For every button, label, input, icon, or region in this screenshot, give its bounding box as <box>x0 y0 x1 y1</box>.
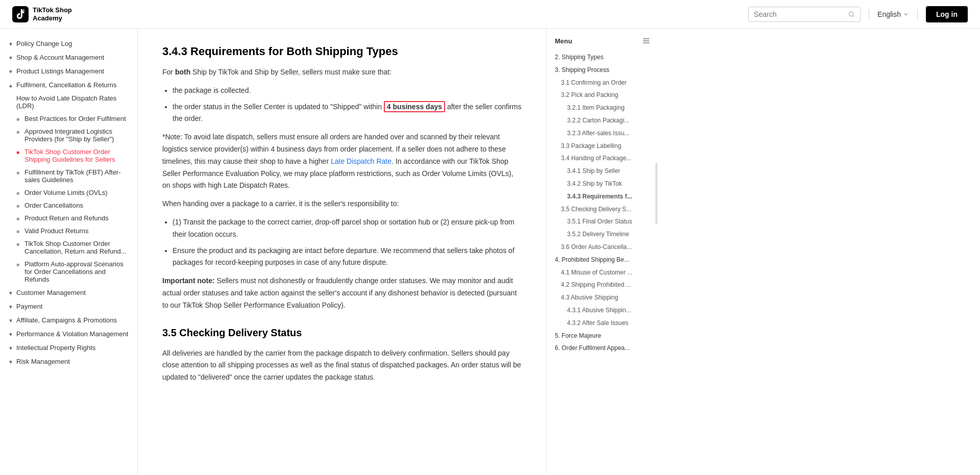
right-menu-item-abusive-shipping[interactable]: 4.3 Abusive Shipping <box>555 291 650 304</box>
bullet-list-1: the package is collected. the order stat… <box>173 85 522 125</box>
sidebar-sub-item-best-practices[interactable]: ■Best Practices for Order Fulfilment <box>0 112 137 125</box>
right-menu-item-requirements[interactable]: 3.4.3 Requirements f... <box>555 190 650 203</box>
collapse-arrow-icon: ▼ <box>8 359 13 365</box>
svg-line-2 <box>853 15 854 16</box>
sidebar-item-shop-account[interactable]: ▼Shop & Account Management <box>0 51 137 64</box>
sidebar-item-fulfilment[interactable]: ▲Fulfilment, Cancellation & Returns <box>0 78 137 92</box>
sidebar-sub-item-valid-returns[interactable]: ■Valid Product Returns <box>0 224 137 237</box>
bullet-icon: ■ <box>16 262 21 267</box>
sidebar-sub-item-order-volume[interactable]: ■Order Volume Limits (OVLs) <box>0 186 137 199</box>
collapse-arrow-icon: ▼ <box>8 290 13 296</box>
right-menu-item-ship-by-tiktok[interactable]: 3.4.2 Ship by TikTok <box>555 178 650 190</box>
sidebar-item-affiliate[interactable]: ▼Affiliate, Campaigns & Promotions <box>0 313 137 327</box>
right-menu-item-after-sales-issue[interactable]: 3.2.3 After-sales Issu... <box>555 127 650 140</box>
right-menu-item-shipping-prohibited[interactable]: 4.2 Shipping Prohibited ... <box>555 279 650 291</box>
collapse-arrow-icon: ▼ <box>8 318 13 323</box>
handing-intro: When handing over a package to a carrier… <box>162 198 522 210</box>
important-note-bold: Important note: <box>162 277 215 285</box>
bullet-icon: ■ <box>16 170 21 176</box>
sidebar-sub-item-platform-auto[interactable]: ■Platform Auto-approval Scenarios for Or… <box>0 258 137 286</box>
collapse-arrow-icon: ▼ <box>8 41 13 47</box>
important-note-paragraph: Important note: Sellers must not dishone… <box>162 275 522 311</box>
right-menu-item-misuse-customer[interactable]: 4.1 Misuse of Customer ... <box>555 266 650 279</box>
tiktok-logo-icon <box>12 6 29 22</box>
collapse-arrow-icon: ▼ <box>8 304 13 310</box>
section2-title: 3.5 Checking Delivery Status <box>162 324 522 341</box>
sidebar-item-customer-management[interactable]: ▼Customer Management <box>0 286 137 299</box>
page-title: 3.4.3 Requirements for Both Shipping Typ… <box>162 45 522 58</box>
sidebar-sub-item-avoid-late[interactable]: How to Avoid Late Dispatch Rates (LDR) <box>0 92 137 112</box>
right-menu-item-prohibited-shipping[interactable]: 4. Prohibited Shipping Be... <box>555 254 650 266</box>
right-menu-item-order-auto-cancel[interactable]: 3.6 Order Auto-Cancella... <box>555 241 650 254</box>
bullet-icon: ■ <box>16 229 21 234</box>
right-menu-item-shipping-process[interactable]: 3. Shipping Process <box>555 64 650 77</box>
sidebar-sub-item-product-return[interactable]: ■Product Return and Refunds <box>0 212 137 224</box>
highlighted-business-days: 4 business days <box>384 101 445 112</box>
right-menu-item-delivery-timeline[interactable]: 3.5.2 Delivery Timeline <box>555 228 650 241</box>
svg-rect-0 <box>12 6 29 22</box>
right-menu-item-item-packaging[interactable]: 3.2.1 Item Packaging <box>555 102 650 114</box>
handing-bullet-2: Ensure the product and its packaging are… <box>173 245 522 269</box>
right-menu-header: Menu <box>555 37 650 45</box>
sidebar-item-performance[interactable]: ▼Performance & Violation Management <box>0 327 137 341</box>
bullet-icon: ■ <box>16 129 21 135</box>
right-menu-item-confirming-order[interactable]: 3.1 Confirming an Order <box>555 77 650 89</box>
language-label: English <box>877 10 901 18</box>
language-selector[interactable]: English <box>877 10 909 18</box>
header-divider <box>869 9 869 19</box>
right-menu-item-after-sale-issues[interactable]: 4.3.2 After Sale Issues <box>555 317 650 330</box>
sidebar-sub-item-tiktok-customer-order[interactable]: ■TikTok Shop Customer Order Shipping Gui… <box>0 145 137 166</box>
main-content: 3.4.3 Requirements for Both Shipping Typ… <box>138 29 546 475</box>
bullet-icon: ■ <box>16 241 21 247</box>
sidebar-item-risk-management[interactable]: ▼Risk Management <box>0 355 137 368</box>
sidebar: ▼Policy Change Log▼Shop & Account Manage… <box>0 29 138 475</box>
right-menu-item-force-majeure[interactable]: 5. Force Majeure <box>555 330 650 342</box>
right-menu-item-checking-delivery[interactable]: 3.5 Checking Delivery S... <box>555 203 650 216</box>
sidebar-sub-item-order-cancellations[interactable]: ■Order Cancellations <box>0 199 137 212</box>
menu-lines-icon[interactable] <box>642 37 650 45</box>
search-box[interactable] <box>748 7 861 22</box>
bullet-item-2: the order status in the Seller Center is… <box>173 101 522 126</box>
bullet-list-2: (1) Transit the package to the correct c… <box>173 216 522 269</box>
scrollbar-track <box>655 163 657 224</box>
sidebar-item-intellectual-property[interactable]: ▼Intellectual Property Rights <box>0 341 137 355</box>
right-menu-item-order-fulfil-appeal[interactable]: 6. Order Fulfilment Appea... <box>555 342 650 355</box>
search-input[interactable] <box>754 10 845 18</box>
intro-paragraph: For both Ship by TikTok and Ship by Sell… <box>162 66 522 79</box>
header-actions: English Log in <box>748 6 968 22</box>
right-menu-item-shipping-types[interactable]: 2. Shipping Types <box>555 51 650 64</box>
late-dispatch-link[interactable]: Late Dispatch Rate <box>331 157 391 165</box>
sidebar-sub-item-tiktok-cancellation[interactable]: ■TikTok Shop Customer Order Cancellation… <box>0 237 137 258</box>
right-menu-item-handling-package[interactable]: 3.4 Handing of Package... <box>555 152 650 165</box>
collapse-arrow-icon: ▼ <box>8 345 13 351</box>
logo-area: TikTok Shop Academy <box>12 6 72 22</box>
section2-text: All deliveries are handled by the carrie… <box>162 347 522 384</box>
sidebar-item-product-listings[interactable]: ▼Product Listings Management <box>0 64 137 78</box>
right-menu-item-ship-by-seller[interactable]: 3.4.1 Ship by Seller <box>555 165 650 178</box>
sidebar-item-policy-change-log[interactable]: ▼Policy Change Log <box>0 37 137 51</box>
sidebar-item-payment[interactable]: ▼Payment <box>0 299 137 313</box>
content-body: For both Ship by TikTok and Ship by Sell… <box>162 66 522 384</box>
bullet-icon: ■ <box>16 203 21 209</box>
sidebar-sub-item-fulfillment-fbt[interactable]: ■Fulfillment by TikTok (FBT) After-sales… <box>0 166 137 186</box>
expand-arrow-icon: ▲ <box>8 83 13 88</box>
right-menu-item-final-order-status[interactable]: 3.5.1 Final Order Status <box>555 215 650 228</box>
right-menu-item-package-labelling[interactable]: 3.3 Package Labelling <box>555 140 650 153</box>
page-layout: ▼Policy Change Log▼Shop & Account Manage… <box>0 29 980 475</box>
login-button[interactable]: Log in <box>926 6 968 22</box>
logo-text: TikTok Shop Academy <box>33 6 72 22</box>
right-menu-title: Menu <box>555 37 572 45</box>
right-menu-item-carton-packaging[interactable]: 3.2.2 Carton Packagi... <box>555 114 650 127</box>
bullet-icon: ■ <box>16 190 21 196</box>
svg-point-1 <box>849 12 853 16</box>
right-menu-item-abusive-shipping2[interactable]: 4.3.1 Abusive Shippin... <box>555 304 650 317</box>
handing-bullet-1: (1) Transit the package to the correct c… <box>173 216 522 241</box>
bullet-item-1: the package is collected. <box>173 85 522 97</box>
collapse-arrow-icon: ▼ <box>8 55 13 61</box>
sidebar-sub-item-approved-logistics[interactable]: ■Approved Integrated Logistics Providers… <box>0 125 137 145</box>
bullet-icon: ■ <box>16 216 21 221</box>
header: TikTok Shop Academy English Log in <box>0 0 980 29</box>
chevron-down-icon <box>903 11 909 17</box>
right-menu-item-pick-packing[interactable]: 3.2 Pick and Packing <box>555 89 650 102</box>
header-divider2 <box>917 9 918 19</box>
